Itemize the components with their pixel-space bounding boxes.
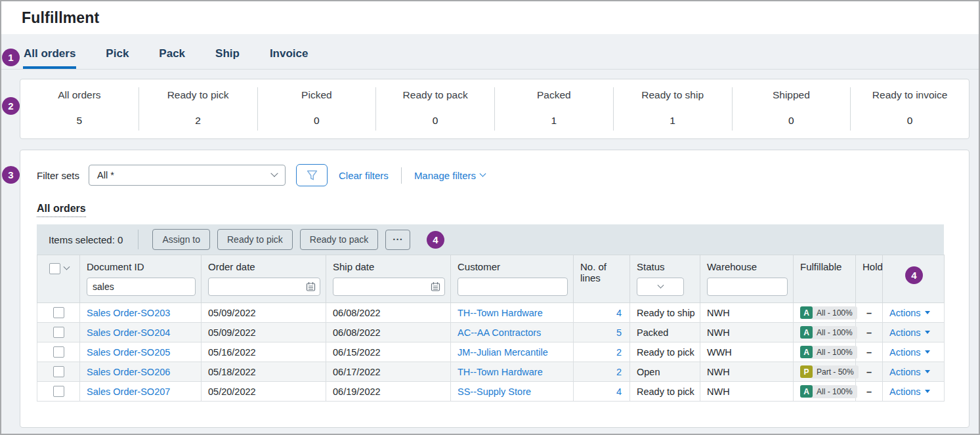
status-cell: Packed [630, 323, 700, 342]
manage-filters-link[interactable]: Manage filters [414, 170, 485, 181]
no-of-lines-link[interactable]: 4 [616, 386, 622, 397]
annotation-badge-1: 1 [2, 49, 20, 66]
actions-label: Actions [889, 347, 921, 358]
customer-link[interactable]: TH--Town Hardware [458, 308, 543, 318]
tab-ship[interactable]: Ship [215, 47, 240, 69]
caret-down-icon [925, 311, 930, 314]
summary-tile-ready-to-ship[interactable]: Ready to ship1 [613, 87, 732, 131]
hold-value: – [866, 347, 872, 358]
ship-date-cell: 06/19/2022 [326, 382, 451, 402]
fulfillable-cell: AAll - 100% [794, 342, 856, 362]
summary-label: Ready to invoice [851, 89, 969, 101]
select-all-checkbox[interactable] [49, 263, 60, 274]
no-of-lines-link[interactable]: 2 [616, 367, 622, 377]
ship-date-cell: 06/08/2022 [326, 323, 451, 342]
table-row: Sales Order-SO20605/18/202206/17/2022TH-… [37, 362, 945, 382]
ship-date-cell: 06/15/2022 [326, 342, 451, 362]
summary-tile-ready-to-pick[interactable]: Ready to pick2 [138, 87, 257, 131]
caret-down-icon [925, 370, 930, 373]
document-id-link[interactable]: Sales Order-SO204 [87, 327, 170, 338]
warehouse-cell: WWH [700, 342, 794, 362]
summary-tile-picked[interactable]: Picked0 [257, 87, 376, 131]
funnel-icon [307, 170, 318, 181]
chevron-down-icon [657, 281, 664, 288]
document-id-cell: Sales Order-SO207 [80, 382, 202, 402]
actions-label: Actions [889, 327, 921, 338]
actions-menu-link[interactable]: Actions [889, 347, 930, 358]
clear-filters-link[interactable]: Clear filters [339, 170, 389, 181]
document-id-link[interactable]: Sales Order-SO203 [87, 308, 170, 318]
customer-link[interactable]: SS--Supply Store [458, 386, 531, 397]
chevron-down-icon [270, 170, 278, 177]
ready-to-pack-button[interactable]: Ready to pack [300, 229, 379, 250]
customer-link[interactable]: AC--AA Contractors [458, 327, 541, 338]
summary-tile-shipped[interactable]: Shipped0 [732, 87, 851, 131]
summary-tile-packed[interactable]: Packed1 [494, 87, 613, 131]
tab-pack[interactable]: Pack [158, 47, 186, 69]
status-cell: Ready to ship [630, 303, 700, 323]
warehouse-filter-input[interactable] [707, 278, 788, 296]
section-heading: All orders [37, 203, 86, 217]
column-label: Order date [208, 261, 320, 272]
tab-pick[interactable]: Pick [105, 47, 129, 69]
actions-menu-link[interactable]: Actions [889, 367, 930, 377]
divider [138, 230, 138, 249]
customer-filter-input[interactable] [458, 278, 568, 296]
manage-filters-label: Manage filters [414, 170, 476, 181]
summary-count: 0 [258, 115, 376, 127]
actions-menu-link[interactable]: Actions [889, 308, 930, 318]
document-id-link[interactable]: Sales Order-SO206 [87, 367, 170, 377]
customer-link[interactable]: TH--Town Hardware [458, 367, 543, 377]
warehouse-cell: NWH [700, 382, 794, 402]
fulfillable-cell: PPart - 50% [794, 362, 856, 382]
row-select-cell [37, 323, 80, 342]
more-actions-button[interactable]: ... [385, 230, 410, 250]
warehouse-cell: NWH [700, 323, 794, 342]
row-checkbox[interactable] [53, 307, 64, 318]
customer-cell: TH--Town Hardware [451, 362, 574, 382]
order-date-filter-input[interactable] [208, 278, 320, 296]
customer-link[interactable]: JM--Julian Mercantile [458, 347, 548, 358]
fulfillable-letter-icon: A [800, 306, 813, 319]
actions-menu-link[interactable]: Actions [889, 327, 930, 338]
summary-tile-ready-to-pack[interactable]: Ready to pack0 [375, 87, 494, 131]
warehouse-cell: NWH [700, 303, 794, 323]
summary-label: Shipped [733, 89, 851, 101]
no-of-lines-link[interactable]: 4 [616, 308, 622, 318]
fulfillable-badge: AAll - 100% [800, 385, 857, 398]
tab-invoice[interactable]: Invoice [269, 47, 309, 69]
row-checkbox[interactable] [53, 366, 64, 377]
document-id-link[interactable]: Sales Order-SO205 [87, 347, 170, 358]
document-id-link[interactable]: Sales Order-SO207 [87, 386, 170, 397]
tab-all-orders[interactable]: All orders [23, 47, 76, 69]
filter-sets-select[interactable]: All * [89, 165, 286, 186]
no-of-lines-link[interactable]: 2 [616, 347, 622, 358]
summary-tile-ready-to-invoice[interactable]: Ready to invoice0 [850, 87, 969, 131]
tab-bar: All ordersPickPackShipInvoice [1, 34, 979, 70]
summary-label: Ready to pack [376, 89, 494, 101]
table-row: Sales Order-SO20705/20/202206/19/2022SS-… [37, 382, 945, 402]
column-header-customer: Customer [451, 255, 574, 303]
no-of-lines-link[interactable]: 5 [616, 327, 622, 338]
filter-button[interactable] [296, 164, 328, 186]
status-filter-select[interactable] [637, 278, 684, 296]
ready-to-pick-button[interactable]: Ready to pick [217, 229, 293, 250]
row-checkbox[interactable] [53, 327, 64, 338]
items-selected-count: Items selected: 0 [49, 234, 123, 245]
assign-to-button[interactable]: Assign to [152, 229, 210, 250]
chevron-down-icon[interactable] [64, 264, 70, 270]
actions-cell: Actions [883, 342, 945, 362]
actions-cell: Actions [883, 362, 945, 382]
row-checkbox[interactable] [53, 346, 64, 358]
summary-tile-all-orders[interactable]: All orders5 [20, 87, 138, 131]
actions-menu-link[interactable]: Actions [889, 386, 930, 397]
column-label: Warehouse [707, 261, 788, 272]
customer-cell: TH--Town Hardware [451, 303, 574, 323]
summary-count: 2 [139, 115, 257, 127]
document-id-filter-input[interactable] [87, 278, 196, 296]
row-checkbox[interactable] [53, 386, 64, 397]
ship-date-filter-input[interactable] [333, 278, 445, 296]
orders-table: Document ID Order date [37, 255, 945, 402]
summary-label: Ready to ship [614, 89, 732, 101]
column-header-no-of-lines: No. of lines [574, 255, 630, 303]
